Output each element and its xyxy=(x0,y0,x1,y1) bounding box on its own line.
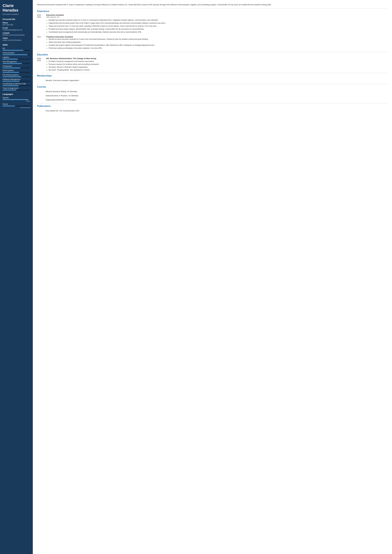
language-level: Fluent xyxy=(3,100,30,102)
email-value: clarieharadas@gmail.com xyxy=(3,29,30,31)
skill-item: EQ xyxy=(3,48,30,51)
courses-heading: Courses xyxy=(37,86,388,88)
skill-item: Travel Arrangements xyxy=(3,87,30,90)
edu-bullet: Secretary, Women in Business student org… xyxy=(49,66,388,68)
skill-bar-bg xyxy=(3,76,30,77)
education-list: 2010 - 2013BA, Business Administration, … xyxy=(37,57,388,71)
languages-heading: Languages xyxy=(3,93,30,95)
edu-bullets: Excelled in financial management and bus… xyxy=(46,60,388,71)
skill-name: EQ xyxy=(3,48,30,49)
exp-dates: 2013 - 2018 xyxy=(37,14,46,34)
skill-item: Compassion xyxy=(3,65,30,68)
exp-bullet: Aided executives with meeting preparatio… xyxy=(49,41,388,43)
language-item: SpanishFluent xyxy=(3,97,30,102)
exp-bullet: Handled top executive assistant duties f… xyxy=(49,19,388,21)
memberships-list: Member, Executive Assistant Organization xyxy=(37,78,388,83)
skill-bar-fill xyxy=(3,81,20,82)
skill-item: Email Systems xyxy=(3,69,30,73)
skill-bar-bg xyxy=(3,50,30,51)
divider-memberships xyxy=(37,73,388,73)
skills-list: EQCommunicationLogisticsTime ManagementC… xyxy=(3,48,30,90)
skill-name: Email Systems xyxy=(3,69,30,71)
experience-block: 2013 - 2018Executive AssistantISN Lipman… xyxy=(37,14,388,34)
exp-role: Freelance Executive Assistant xyxy=(46,36,388,38)
skill-bar-bg xyxy=(3,72,30,73)
skill-name: Logistics xyxy=(3,56,30,58)
language-level: Conversational xyxy=(3,107,30,108)
exp-role: Executive Assistant xyxy=(46,14,388,16)
skill-item: File-Sharing Systems xyxy=(3,74,30,77)
skill-item: Coordinating Conference Calls xyxy=(3,83,30,86)
skill-bar-bg xyxy=(3,85,30,86)
skill-bar-fill xyxy=(3,63,22,64)
skill-bar-fill xyxy=(3,90,16,90)
main-content: Resourceful Executive Assistant with 5+ … xyxy=(33,0,392,554)
linkedin-label: LinkedIn xyxy=(3,32,30,34)
candidate-title: Executive Assistant xyxy=(3,13,30,15)
skills-heading: Skills xyxy=(3,44,30,46)
memberships-heading: Memberships xyxy=(37,75,388,77)
language-item: FrenchConversational xyxy=(3,103,30,108)
skill-bar-bg xyxy=(3,63,30,64)
publications-heading: Publications xyxy=(37,105,388,107)
course-item: Effective Business Writing, UC Berkeley xyxy=(37,90,388,94)
skill-bar-fill xyxy=(3,76,21,77)
phone-label: Phone xyxy=(3,22,30,24)
skill-name: Database Management xyxy=(3,78,30,80)
language-bar-bg xyxy=(3,99,30,100)
candidate-name: ClarieHaradas xyxy=(3,3,30,13)
exp-bullets: Worked as temp executive assistant for 4… xyxy=(46,38,388,49)
skill-bar-fill xyxy=(3,54,28,55)
exp-bullet: Implemented call-recording system that c… xyxy=(49,22,388,24)
edu-degree: BA, Business Administration, The College… xyxy=(46,57,388,60)
twitter-value: twitter.com/clarieharadas xyxy=(3,39,30,41)
skill-name: Time Management xyxy=(3,61,30,63)
edu-bullet: Excelled in financial management and bus… xyxy=(49,60,388,63)
exp-content: Freelance Executive AssistantWorked as t… xyxy=(46,36,388,50)
exp-bullet: Performed weekly proofreading of executi… xyxy=(49,47,388,49)
course-item: Global Business in Practice, UC Berkeley xyxy=(37,94,388,98)
skill-bar-bg xyxy=(3,59,30,60)
divider-courses xyxy=(37,84,388,84)
language-bar-bg xyxy=(3,105,30,106)
email-label: E-mail xyxy=(3,27,30,29)
skill-bar-fill xyxy=(3,85,19,86)
language-bar-fill xyxy=(3,99,29,100)
exp-dates: 2013 xyxy=(37,36,46,50)
summary-text: Resourceful Executive Assistant with 5+ … xyxy=(37,3,388,6)
exp-bullet: Worked as temp executive assistant for 4… xyxy=(49,38,388,41)
skill-name: Coordinating Conference Calls xyxy=(3,83,30,85)
courses-list: Effective Business Writing, UC BerkeleyG… xyxy=(37,90,388,102)
exp-bullet: Assisted with project logistics and deve… xyxy=(49,44,388,46)
edu-dates: 2010 - 2013 xyxy=(37,57,46,71)
linkedin-value: linkedin.com/in/clarieharadas xyxy=(3,34,30,36)
skill-item: Communication xyxy=(3,52,30,55)
exp-bullet: Provided executive project support, admi… xyxy=(49,28,388,30)
experience-list: 2013 - 2018Executive AssistantISN Lipman… xyxy=(37,14,388,50)
skill-bar-fill xyxy=(3,50,23,51)
experience-block: 2013Freelance Executive AssistantWorked … xyxy=(37,36,388,50)
skill-bar-fill xyxy=(3,59,18,60)
skill-name: File-Sharing Systems xyxy=(3,74,30,76)
edu-bullet: My article, "Reading Minds" was reprinte… xyxy=(49,69,388,71)
skill-item: Logistics xyxy=(3,56,30,60)
skill-bar-fill xyxy=(3,72,19,73)
skill-bar-fill xyxy=(3,68,21,68)
education-heading: Education xyxy=(37,53,388,56)
publications-list: How Details Kill, The Counterintuitive C… xyxy=(37,109,388,113)
exp-content: Executive AssistantISN Lipmann, Inc.Hand… xyxy=(46,14,388,34)
skill-bar-bg xyxy=(3,54,30,55)
publication-item: How Details Kill, The Counterintuitive C… xyxy=(37,109,388,113)
language-bar-fill xyxy=(3,105,15,106)
divider-publications xyxy=(37,103,388,104)
twitter-label: Twitter xyxy=(3,37,30,39)
exp-company: ISN Lipmann, Inc. xyxy=(46,16,388,18)
exp-bullet: Coordinated travel arrangements both dom… xyxy=(49,31,388,33)
experience-heading: Experience xyxy=(37,10,388,13)
phone-value: 862-208-2592 xyxy=(3,24,30,26)
membership-item: Member, Executive Assistant Organization xyxy=(37,78,388,83)
language-name: French xyxy=(3,103,30,105)
personal-info-heading: Personal Info xyxy=(3,18,30,20)
skill-bar-bg xyxy=(3,68,30,68)
skill-name: Communication xyxy=(3,52,30,54)
